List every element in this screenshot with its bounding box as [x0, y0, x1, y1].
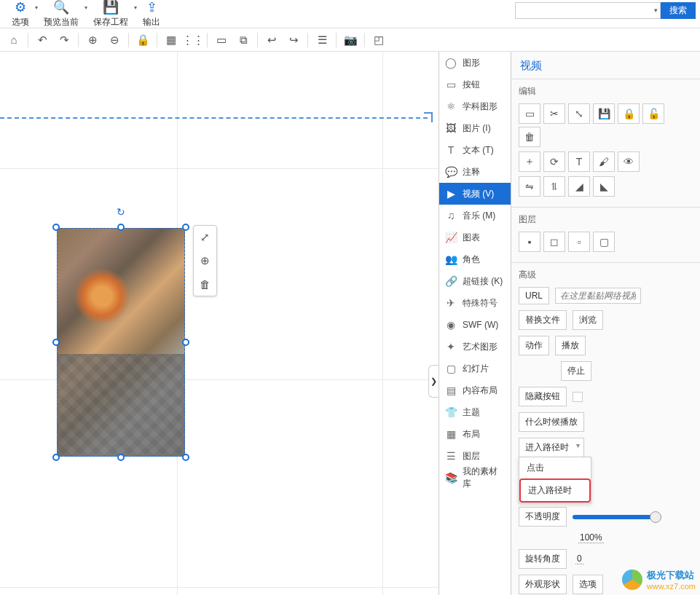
eye-icon[interactable]: 👁 [618, 151, 640, 172]
insert-button[interactable]: ▭按钮 [439, 74, 511, 95]
send-backward-icon[interactable]: ▢ [593, 232, 615, 252]
insert-text[interactable]: T文本 (T) [439, 139, 511, 161]
video-icon: ▶ [445, 188, 457, 200]
shape-options-button[interactable]: 选项 [573, 575, 603, 594]
refresh-icon[interactable]: ⟳ [543, 151, 565, 172]
skew-icon[interactable]: ◢ [568, 176, 590, 197]
insert-artshape[interactable]: ✦艺术图形 [439, 336, 511, 358]
list-icon[interactable]: ☰ [311, 30, 333, 50]
insert-swf[interactable]: ◉SWF (W) [439, 314, 511, 336]
preview-button[interactable]: 🔍 预览当前 ▾ [36, 0, 86, 28]
flip-v-icon[interactable]: ⥮ [543, 176, 565, 197]
dropdown-option-enter[interactable]: 进入路径时 [522, 481, 588, 500]
insert-role[interactable]: 👥角色 [439, 248, 511, 270]
home-icon[interactable]: ⌂ [3, 30, 25, 50]
grid-icon[interactable]: ▦ [160, 30, 182, 50]
comment-icon: 💬 [445, 166, 457, 178]
undo-icon[interactable]: ↶ [31, 30, 53, 50]
dropdown-option-click[interactable]: 点击 [519, 457, 591, 478]
resize-handle[interactable] [182, 224, 189, 231]
insert-chart[interactable]: 📈图表 [439, 226, 511, 248]
insert-music[interactable]: ♫音乐 (M) [439, 205, 511, 226]
tool-transform-icon[interactable]: ⤡ [568, 103, 590, 124]
insert-link[interactable]: 🔗超链接 (K) [439, 270, 511, 292]
zoom-out-icon[interactable]: ⊖ [103, 30, 125, 50]
my-library[interactable]: 📚我的素材库 [439, 467, 511, 489]
lock-icon[interactable]: 🔒 [618, 103, 640, 124]
resize-handle[interactable] [117, 224, 125, 231]
selected-video-object[interactable]: ↻ [57, 228, 185, 457]
rect-icon[interactable]: ▭ [211, 30, 232, 50]
skew2-icon[interactable]: ◣ [593, 176, 615, 197]
resize-handle[interactable] [117, 454, 125, 461]
forward-icon[interactable]: ↪ [283, 30, 304, 50]
tool-save-icon[interactable]: 💾 [593, 103, 615, 124]
opacity-label: 不透明度 [519, 507, 567, 527]
insert-slide[interactable]: ▢幻灯片 [439, 358, 511, 379]
canvas[interactable]: ↻ ⤢ ⊕ 🗑 ❯ [0, 52, 439, 595]
replace-file-button[interactable]: 替换文件 [519, 310, 567, 330]
send-back-icon[interactable]: ◻ [543, 232, 565, 252]
export-button[interactable]: ⇪ 输出 [135, 0, 168, 28]
layer-header: 图层 [519, 213, 693, 226]
insert-symbol[interactable]: ✈特殊符号 [439, 292, 511, 314]
chart-icon: 📈 [445, 232, 457, 243]
text-tool-icon[interactable]: T [568, 151, 590, 172]
redo-icon[interactable]: ↷ [53, 30, 75, 50]
frame-icon[interactable]: ◰ [368, 30, 390, 50]
opacity-slider[interactable] [573, 515, 660, 519]
zoom-in-icon[interactable]: ⊕ [82, 30, 103, 50]
chevron-down-icon[interactable]: ▾ [654, 7, 658, 14]
collapse-panel-button[interactable]: ❯ [428, 365, 439, 398]
delete-icon[interactable]: 🗑 [194, 272, 216, 296]
tool-crop-icon[interactable]: ✂ [543, 103, 565, 124]
insert-layer[interactable]: ☰图层 [439, 445, 511, 467]
expand-icon[interactable]: ⤢ [194, 226, 216, 249]
when-play-select[interactable]: 进入路径时 [519, 438, 584, 457]
copy-icon[interactable]: ⧉ [232, 30, 254, 50]
back-icon[interactable]: ↩ [261, 30, 283, 50]
insert-comment[interactable]: 💬注释 [439, 161, 511, 183]
insert-image[interactable]: 🖼图片 (I) [439, 117, 511, 139]
save-button[interactable]: 💾 保存工程 ▾ [86, 0, 135, 28]
add-icon[interactable]: ＋ [519, 151, 540, 172]
bring-forward-icon[interactable]: ▫ [568, 232, 590, 252]
grid-icon: ▦ [445, 428, 457, 440]
resize-handle[interactable] [52, 339, 60, 346]
advanced-header: 高级 [519, 269, 693, 281]
search-button[interactable]: 搜索 [661, 2, 696, 19]
plane-icon: ✈ [445, 297, 457, 309]
insert-video[interactable]: ▶视频 (V) [439, 183, 511, 205]
opacity-value[interactable]: 100% [578, 532, 604, 543]
brush-icon[interactable]: 🖌 [593, 151, 615, 172]
tool-select-icon[interactable]: ▭ [519, 103, 540, 124]
link-icon: 🔗 [445, 275, 457, 287]
add-icon[interactable]: ⊕ [194, 249, 216, 272]
insert-layout2[interactable]: ▦布局 [439, 423, 511, 445]
grid-dots-icon[interactable]: ⋮⋮ [182, 30, 204, 50]
bring-front-icon[interactable]: ▪ [519, 232, 540, 252]
hide-button-checkbox[interactable] [573, 392, 583, 402]
lock-icon[interactable]: 🔒 [132, 30, 154, 50]
camera-icon[interactable]: 📷 [339, 30, 361, 50]
props-title: 视频 [511, 52, 700, 79]
rotate-value[interactable]: 0 [575, 553, 583, 564]
insert-shape[interactable]: ◯图形 [439, 52, 511, 74]
resize-handle[interactable] [182, 454, 189, 461]
resize-handle[interactable] [182, 339, 189, 346]
browse-button[interactable]: 浏览 [573, 310, 603, 330]
insert-subject-shape[interactable]: ⚛学科图形 [439, 95, 511, 117]
search-input[interactable] [515, 2, 661, 19]
insert-layout[interactable]: ▤内容布局 [439, 379, 511, 401]
play-button[interactable]: 播放 [555, 336, 586, 355]
url-input[interactable] [555, 288, 641, 304]
resize-handle[interactable] [52, 224, 60, 231]
insert-theme[interactable]: 👕主题 [439, 401, 511, 423]
delete-icon[interactable]: 🗑 [519, 127, 540, 147]
flip-h-icon[interactable]: ⇋ [519, 176, 540, 197]
rotate-handle[interactable]: ↻ [117, 206, 125, 218]
unlock-icon[interactable]: 🔓 [642, 103, 664, 124]
resize-handle[interactable] [52, 454, 60, 461]
options-button[interactable]: ⚙ 选项 ▾ [4, 0, 36, 28]
stop-button[interactable]: 停止 [561, 361, 591, 381]
